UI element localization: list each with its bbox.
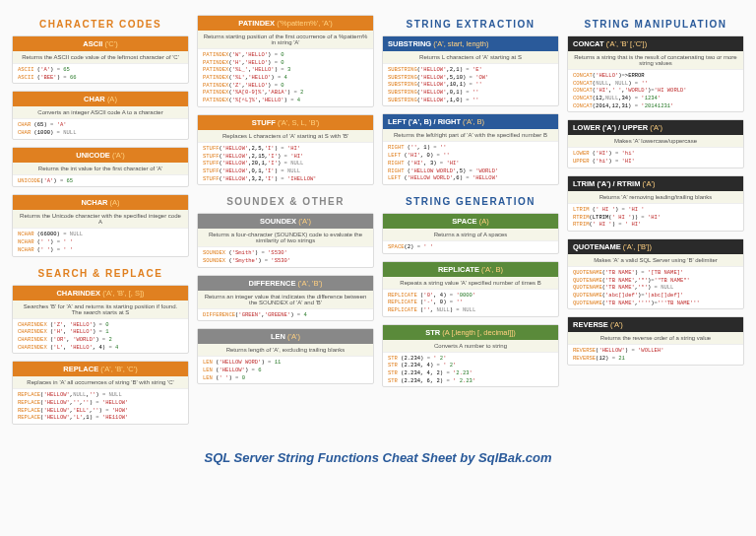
- card-str: STR (A [,length [, decimal]])Converts A …: [382, 324, 559, 388]
- card-difference: DIFFERENCE ('A', 'B')Returns an integer …: [197, 275, 374, 322]
- card-leftright: LEFT ('A', B) / RIGHT ('A', B)Returns th…: [382, 113, 559, 184]
- card-len: LEN ('A')Returns length of 'A', excludin…: [197, 328, 374, 384]
- card-patindex: PATINDEX ('%pattern%', 'A')Returns start…: [197, 15, 374, 107]
- card-char: CHAR (A)Converts an integer ASCII code A…: [12, 91, 189, 139]
- footer: SQL Server String Functions Cheat Sheet …: [0, 450, 756, 465]
- card-substring: SUBSTRING ('A', start, length)Returns L …: [382, 35, 559, 106]
- card-nchar: NCHAR (A)Returns the Unicode character w…: [12, 194, 189, 256]
- card-reverse: REVERSE ('A')Returns the reverse order o…: [567, 316, 744, 365]
- section-title: SEARCH & REPLACE: [12, 268, 189, 279]
- card-space: SPACE (A)Returns a string of A spacesSPA…: [382, 213, 559, 254]
- card-stuff: STUFF ('A', S, L, 'B')Replaces L charact…: [197, 114, 374, 185]
- card-lowerupper: LOWER ('A') / UPPER ('A')Makes 'A' lower…: [567, 119, 744, 168]
- section-title: STRING EXTRACTION: [382, 19, 559, 30]
- card-quotename: QUOTENAME ('A', ['B'])Makes 'A' a valid …: [567, 238, 744, 309]
- card-replicate: REPLICATE ('A', B)Repeats a string value…: [382, 261, 559, 317]
- section-title: CHARACTER CODES: [12, 19, 189, 30]
- section-title: SOUNDEX & OTHER: [197, 196, 374, 207]
- card-ascii: ASCII ('C')Returns the ASCII code value …: [12, 35, 189, 84]
- cheat-sheet: CHARACTER CODES ASCII ('C')Returns the A…: [0, 0, 756, 442]
- card-concat: CONCAT ('A', 'B' [,'C'])Returns a string…: [567, 35, 744, 112]
- card-unicode: UNICODE ('A')Returns the int value for t…: [12, 147, 189, 188]
- card-trim: LTRIM ('A') / RTRIM ('A')Returns 'A' rem…: [567, 175, 744, 232]
- column-4: STRING MANIPULATION CONCAT ('A', 'B' [,'…: [567, 15, 744, 428]
- card-soundex: SOUNDEX ('A')Returns a four-character (S…: [197, 213, 374, 267]
- card-replace: REPLACE ('A', 'B', 'C')Replaces in 'A' a…: [12, 361, 189, 425]
- column-1: CHARACTER CODES ASCII ('C')Returns the A…: [12, 15, 189, 428]
- section-title: STRING MANIPULATION: [567, 19, 744, 30]
- column-2: PATINDEX ('%pattern%', 'A')Returns start…: [197, 15, 374, 428]
- section-title: STRING GENERATION: [382, 196, 559, 207]
- card-charindex: CHARINDEX ('A', 'B', [, S])Searches 'B' …: [12, 285, 189, 355]
- column-3: STRING EXTRACTION SUBSTRING ('A', start,…: [382, 15, 559, 428]
